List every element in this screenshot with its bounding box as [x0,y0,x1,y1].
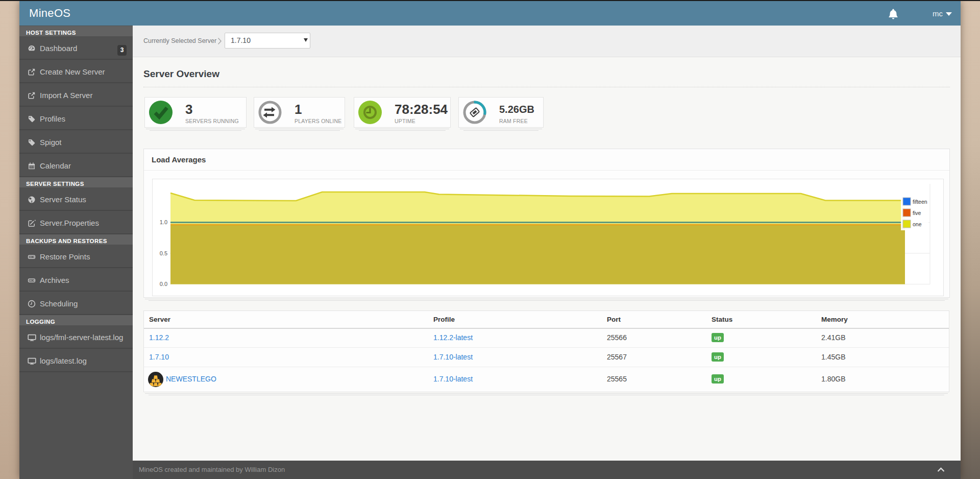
svg-text:0.5: 0.5 [160,250,167,256]
svg-text:0.0: 0.0 [160,281,167,287]
svg-text:five: five [913,210,921,216]
svg-text:one: one [913,221,922,227]
svg-text:1.0: 1.0 [160,219,167,225]
svg-text:fifteen: fifteen [913,199,927,205]
